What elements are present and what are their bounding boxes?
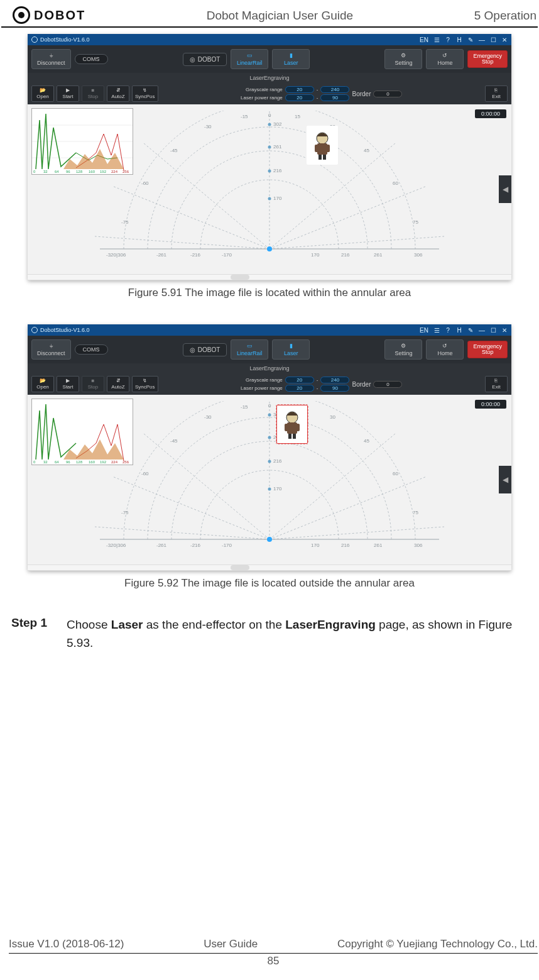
tool-laser[interactable]: ▮Laser (272, 339, 310, 360)
page-footer: Issue V1.0 (2018-06-12) User Guide Copyr… (9, 938, 538, 967)
com-port-pill[interactable]: COMS (75, 344, 108, 355)
workspace-canvas-2[interactable]: 0:00:00 ◀ 0326496128160192224256 (28, 395, 511, 564)
svg-rect-105 (285, 424, 288, 431)
svg-text:-75: -75 (121, 510, 129, 515)
stop-button[interactable]: ■Stop (82, 376, 104, 392)
brand-text: DOBOT (34, 8, 85, 23)
svg-text:261: 261 (273, 144, 282, 150)
side-panel-toggle[interactable]: ◀ (499, 175, 511, 203)
maximize-icon[interactable]: ☐ (490, 327, 496, 334)
svg-text:0: 0 (268, 113, 271, 118)
tool-laser[interactable]: ▮ Laser (272, 49, 310, 69)
linearrail-icon: ▭ (247, 52, 253, 58)
loaded-image-inside[interactable] (307, 126, 338, 165)
stop-button[interactable]: ■Stop (82, 85, 104, 102)
svg-rect-55 (323, 155, 326, 160)
plug-icon: ⏚ (50, 52, 53, 58)
svg-text:216: 216 (341, 542, 350, 548)
edit-icon[interactable]: ✎ (467, 36, 474, 43)
setting-button[interactable]: ⚙ Setting (384, 49, 422, 69)
svg-line-18 (270, 186, 427, 249)
svg-point-23 (268, 123, 271, 126)
com-port-pill[interactable]: COMS (75, 54, 108, 64)
svg-text:128: 128 (76, 170, 83, 173)
maximize-icon[interactable]: ☐ (490, 36, 496, 43)
svg-rect-106 (296, 424, 300, 431)
minimize-icon[interactable]: — (479, 327, 485, 334)
start-button[interactable]: ▶Start (57, 376, 79, 392)
grayscale-min[interactable]: 20 (285, 86, 314, 93)
home-button[interactable]: ↺Home (426, 339, 464, 360)
open-button[interactable]: 📂Open (31, 376, 54, 392)
svg-text:-170: -170 (222, 542, 232, 548)
open-button[interactable]: 📂Open (31, 85, 54, 102)
svg-line-17 (112, 186, 270, 249)
minimize-icon[interactable]: — (479, 36, 485, 43)
step-instruction: Step 1 Choose Laser as the end-effector … (0, 598, 539, 652)
svg-line-70 (112, 476, 270, 539)
syncpos-button[interactable]: ↯SyncPos (132, 85, 158, 102)
disconnect-button[interactable]: ⏚ Disconnect (31, 49, 71, 69)
lang-toggle[interactable]: EN (420, 327, 428, 334)
disconnect-button[interactable]: ⏚Disconnect (31, 339, 71, 360)
syncpos-button[interactable]: ↯SyncPos (132, 376, 158, 392)
menu-icon[interactable]: ☰ (433, 327, 440, 334)
logo-icon (13, 6, 30, 24)
svg-text:-45: -45 (170, 438, 178, 444)
svg-text:64: 64 (55, 460, 59, 464)
h-icon[interactable]: H (456, 327, 462, 334)
window-titlebar-2: DobotStudio-V1.6.0 EN ☰ ? H ✎ — ☐ ✕ (28, 324, 511, 336)
close-icon[interactable]: ✕ (501, 327, 508, 334)
setting-button[interactable]: ⚙Setting (384, 339, 422, 360)
svg-point-25 (268, 170, 271, 173)
laser-max[interactable]: 90 (320, 385, 349, 392)
workspace-canvas[interactable]: 0:00:00 ◀ 0 32 64 9 (28, 104, 511, 274)
help-icon[interactable]: ? (445, 327, 451, 334)
menu-icon[interactable]: ☰ (433, 36, 440, 43)
laser-max[interactable]: 90 (320, 94, 349, 101)
svg-point-24 (268, 146, 271, 149)
laser-min[interactable]: 20 (285, 94, 314, 101)
svg-text:302: 302 (273, 121, 282, 127)
emergency-stop-button[interactable]: Emergency Stop (467, 50, 508, 68)
border-value[interactable]: 0 (373, 381, 402, 388)
start-button[interactable]: ▶Start (57, 85, 79, 102)
exit-button[interactable]: ⎘Exit (485, 376, 508, 392)
svg-rect-54 (318, 155, 322, 160)
horizontal-scrollbar[interactable] (28, 564, 511, 571)
border-value[interactable]: 0 (373, 91, 402, 97)
loaded-image-outside[interactable] (276, 405, 308, 444)
svg-text:45: 45 (364, 438, 369, 444)
exit-button[interactable]: ⎘Exit (485, 85, 508, 102)
elapsed-timer: 0:00:00 (475, 400, 506, 409)
h-icon[interactable]: H (456, 36, 462, 43)
autoz-button[interactable]: ⇵AutoZ (107, 376, 129, 392)
tool-linearrail[interactable]: ▭LinearRail (231, 339, 268, 360)
help-icon[interactable]: ? (445, 36, 451, 43)
chapter-label: 5 Operation (474, 6, 538, 23)
lang-toggle[interactable]: EN (420, 36, 428, 43)
svg-text:128: 128 (76, 460, 83, 464)
grayscale-min[interactable]: 20 (285, 377, 314, 383)
grayscale-max[interactable]: 240 (320, 377, 349, 383)
autoz-button[interactable]: ⇵AutoZ (107, 85, 129, 102)
home-button[interactable]: ↺ Home (426, 49, 464, 69)
side-panel-toggle[interactable]: ◀ (499, 466, 511, 493)
close-icon[interactable]: ✕ (501, 36, 508, 43)
secondary-toolbar: 📂Open ▶Start ■Stop ⇵AutoZ ↯SyncPos Grays… (28, 83, 511, 104)
svg-point-76 (268, 414, 271, 417)
footer-center: User Guide (204, 938, 258, 950)
horizontal-scrollbar[interactable] (28, 274, 511, 280)
tool-linearrail[interactable]: ▭ LinearRail (231, 49, 268, 69)
gear-icon: ⚙ (401, 52, 406, 58)
page-number: 85 (9, 955, 538, 967)
brand-pill: ◎ DOBOT (183, 53, 227, 66)
laser-min[interactable]: 20 (285, 385, 314, 392)
brand-icon: ◎ (190, 346, 195, 353)
grayscale-range-label: Grayscale range (246, 87, 283, 92)
edit-icon[interactable]: ✎ (467, 327, 474, 334)
emergency-stop-button[interactable]: Emergency Stop (467, 341, 508, 358)
svg-text:170: 170 (273, 486, 282, 492)
grayscale-max[interactable]: 240 (320, 86, 349, 93)
gear-icon: ⚙ (401, 343, 406, 349)
